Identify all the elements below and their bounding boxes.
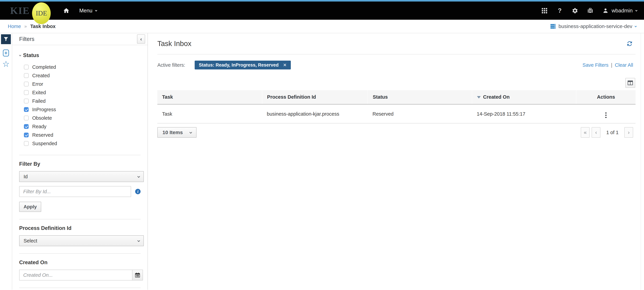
app-launcher-icon[interactable]	[541, 8, 548, 14]
status-option-label: Reserved	[32, 132, 53, 138]
section-divider	[19, 288, 140, 288]
filters-dock-button[interactable]	[1, 34, 11, 44]
remove-filter-icon[interactable]: ✕	[283, 62, 287, 68]
info-icon[interactable]	[135, 189, 140, 194]
chevron-down-icon	[635, 25, 637, 27]
chevron-down-icon	[190, 131, 192, 134]
status-filter-option[interactable]: Failed	[24, 97, 140, 105]
status-filter-option[interactable]: Error	[24, 80, 140, 88]
breadcrumb-home-link[interactable]: Home	[8, 24, 21, 29]
status-checkbox[interactable]	[24, 73, 29, 78]
filter-by-selected-value: Id	[24, 174, 28, 180]
table-row[interactable]: Task business-application-kjar.process R…	[157, 104, 636, 123]
chevron-down-icon	[19, 54, 21, 56]
status-checkbox[interactable]	[24, 107, 29, 112]
page-info: 1 of 1	[606, 130, 618, 135]
status-filter-option[interactable]: Completed	[24, 63, 140, 71]
prev-page-button[interactable]: ‹	[592, 127, 600, 138]
status-option-label: InProgress	[32, 107, 56, 112]
app-logo[interactable]: KIE IDE	[7, 0, 51, 24]
save-filters-link[interactable]: Save Filters	[582, 62, 608, 68]
server-template-select[interactable]: business-application-service-dev	[550, 23, 636, 29]
status-checkbox[interactable]	[24, 141, 29, 146]
created-on-input[interactable]	[19, 270, 132, 280]
status-checkbox[interactable]	[24, 133, 29, 137]
column-header-process-definition-id[interactable]: Process Definition Id	[262, 90, 368, 104]
status-option-label: Created	[32, 73, 50, 78]
content-area: Filters ‹ Status Completed Created	[0, 33, 644, 290]
home-nav-button[interactable]	[63, 8, 70, 14]
calendar-icon	[135, 272, 140, 278]
section-divider	[19, 155, 140, 155]
status-filter-option[interactable]: InProgress	[24, 105, 140, 114]
calendar-button[interactable]	[132, 270, 143, 280]
status-filter-option[interactable]: Reserved	[24, 131, 140, 139]
cell-task[interactable]: Task	[157, 104, 262, 123]
help-icon[interactable]: ?	[556, 7, 563, 14]
section-divider	[19, 219, 140, 219]
status-section-toggle[interactable]: Status	[19, 52, 140, 58]
favorites-star-icon[interactable]	[2, 60, 10, 68]
server-icon	[550, 23, 556, 29]
created-on-input-group	[19, 270, 143, 280]
menu-label: Menu	[79, 8, 92, 14]
filters-panel: Filters ‹ Status Completed Created	[12, 33, 148, 290]
active-filter-chip: Status: Ready, InProgress, Reserved ✕	[195, 61, 291, 69]
status-option-label: Error	[32, 81, 43, 87]
apply-button[interactable]: Apply	[19, 202, 41, 212]
page-size-select[interactable]: 10 Items	[157, 127, 196, 138]
filters-panel-body: Status Completed Created	[12, 52, 148, 288]
status-checkbox[interactable]	[24, 65, 29, 69]
link-separator: |	[611, 62, 612, 68]
column-header-created-on[interactable]: Created On	[472, 90, 576, 104]
status-filter-option[interactable]: Exited	[24, 88, 140, 97]
process-definition-select[interactable]: Select	[19, 235, 144, 246]
breadcrumb-bar: Home » Task Inbox business-application-s…	[0, 20, 644, 33]
manage-columns-button[interactable]	[625, 78, 635, 88]
status-option-label: Suspended	[32, 141, 57, 146]
filter-by-id-input[interactable]	[19, 186, 131, 197]
user-menu[interactable]: wbadmin	[602, 8, 637, 14]
status-section-label: Status	[23, 52, 39, 58]
home-icon	[63, 8, 70, 14]
menu-dropdown[interactable]: Menu	[79, 8, 97, 14]
next-page-button[interactable]: ›	[624, 127, 633, 138]
status-checkbox[interactable]	[24, 99, 29, 103]
refresh-icon	[626, 40, 633, 47]
logo-ide-badge: IDE	[32, 2, 51, 24]
status-filter-list: Completed Created Error Exited	[19, 63, 140, 148]
column-header-task[interactable]: Task	[157, 90, 262, 104]
active-filter-chip-text: Status: Ready, InProgress, Reserved	[199, 62, 278, 68]
refresh-button[interactable]	[626, 40, 633, 47]
chevron-down-icon	[635, 9, 638, 12]
chevron-down-icon	[95, 9, 97, 12]
status-checkbox[interactable]	[24, 124, 29, 129]
column-header-status[interactable]: Status	[368, 90, 472, 104]
status-filter-option[interactable]: Created	[24, 71, 140, 80]
filter-by-heading: Filter By	[19, 161, 140, 167]
pagination-controls: « ‹ 1 of 1 ›	[581, 127, 633, 138]
plus-square-icon	[2, 49, 9, 57]
active-filters-row: Active filters: Status: Ready, InProgres…	[157, 61, 636, 69]
status-filter-option[interactable]: Suspended	[24, 139, 140, 148]
filter-by-select[interactable]: Id	[19, 171, 144, 182]
cell-created-on: 14-Sep-2018 11:55:17	[472, 104, 576, 123]
status-checkbox[interactable]	[24, 82, 29, 86]
filter-funnel-icon	[4, 37, 8, 42]
cell-actions	[576, 104, 636, 123]
row-actions-kebab-icon[interactable]	[604, 112, 608, 119]
add-panel-button[interactable]	[2, 49, 9, 57]
clear-all-link[interactable]: Clear All	[615, 62, 633, 68]
status-checkbox[interactable]	[24, 116, 29, 120]
server-template-label: business-application-service-dev	[558, 24, 632, 29]
tasks-table: Task Process Definition Id Status Create…	[157, 90, 636, 123]
table-footer: 10 Items « ‹ 1 of 1 ›	[157, 127, 636, 138]
medkit-icon[interactable]	[587, 8, 594, 14]
status-filter-option[interactable]: Ready	[24, 122, 140, 131]
collapse-panel-button[interactable]: ‹	[137, 35, 145, 44]
first-page-button[interactable]: «	[581, 127, 590, 138]
status-checkbox[interactable]	[24, 90, 29, 95]
status-filter-option[interactable]: Obsolete	[24, 114, 140, 122]
active-filters-label: Active filters:	[157, 62, 185, 68]
settings-gear-icon[interactable]	[572, 8, 578, 14]
